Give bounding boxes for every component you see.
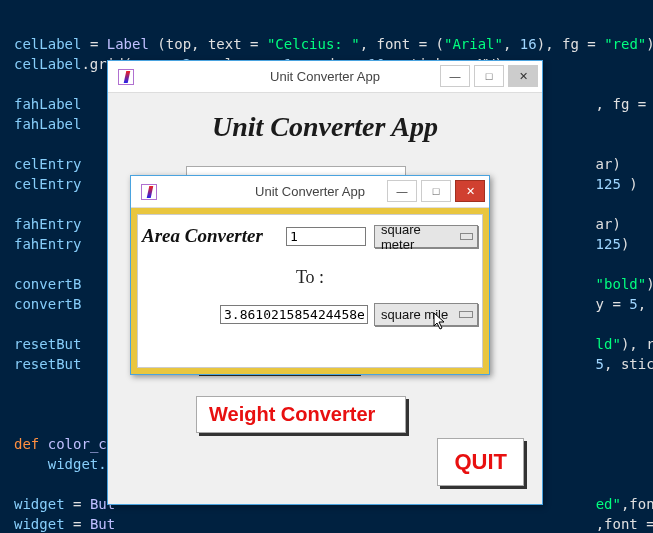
maximize-button[interactable]: □: [474, 65, 504, 87]
dropdown-indicator-icon: [460, 233, 473, 240]
from-unit-label: square meter: [381, 222, 454, 252]
minimize-button[interactable]: —: [440, 65, 470, 87]
from-unit-dropdown[interactable]: square meter: [374, 225, 478, 248]
from-value-input[interactable]: [286, 227, 366, 246]
area-converter-label: Area Converter: [142, 225, 263, 247]
to-unit-dropdown[interactable]: square mile: [374, 303, 478, 326]
minimize-button[interactable]: —: [387, 180, 417, 202]
main-title: Unit Converter App: [270, 69, 380, 84]
to-unit-label: square mile: [381, 307, 448, 322]
to-label: To :: [138, 267, 482, 288]
app-header: Unit Converter App: [108, 93, 542, 143]
tk-icon: [141, 184, 157, 200]
tk-icon: [118, 69, 134, 85]
to-value-output[interactable]: [220, 305, 368, 324]
dropdown-indicator-icon: [459, 311, 473, 318]
area-converter-window: Unit Converter App — □ ✕ Area Converter …: [130, 175, 490, 375]
maximize-button[interactable]: □: [421, 180, 451, 202]
close-button[interactable]: ✕: [508, 65, 538, 87]
main-titlebar[interactable]: Unit Converter App — □ ✕: [108, 61, 542, 93]
close-button[interactable]: ✕: [455, 180, 485, 202]
quit-button[interactable]: QUIT: [437, 438, 524, 486]
weight-converter-button[interactable]: Weight Converter: [196, 396, 406, 433]
child-title: Unit Converter App: [255, 184, 365, 199]
child-titlebar[interactable]: Unit Converter App — □ ✕: [131, 176, 489, 208]
